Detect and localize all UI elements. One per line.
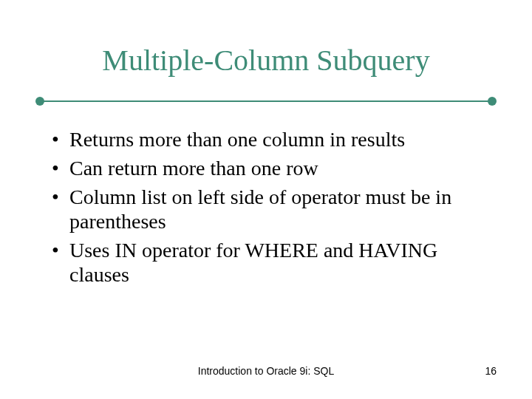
- list-item: Uses IN operator for WHERE and HAVING cl…: [49, 238, 488, 287]
- bullet-list: Returns more than one column in results …: [49, 127, 488, 287]
- divider-dot-right: [488, 97, 497, 106]
- slide: Multiple-Column Subquery Returns more th…: [0, 0, 532, 399]
- footer-text: Introduction to Oracle 9i: SQL: [0, 365, 532, 377]
- list-item: Can return more than one row: [49, 156, 488, 180]
- slide-title: Multiple-Column Subquery: [0, 43, 532, 78]
- page-number: 16: [485, 365, 497, 377]
- list-item: Returns more than one column in results: [49, 127, 488, 151]
- divider-rule: [40, 100, 492, 102]
- slide-body: Returns more than one column in results …: [49, 127, 488, 291]
- list-item: Column list on left side of operator mus…: [49, 185, 488, 233]
